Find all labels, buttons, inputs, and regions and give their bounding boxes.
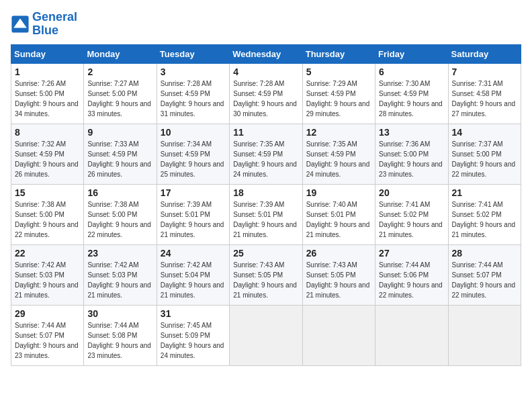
- calendar-cell: [375, 305, 448, 365]
- calendar-cell: 10 Sunrise: 7:34 AMSunset: 4:59 PMDaylig…: [157, 124, 229, 184]
- day-number: 28: [452, 248, 517, 259]
- calendar-cell: 21 Sunrise: 7:41 AMSunset: 5:02 PMDaylig…: [448, 184, 521, 244]
- calendar-cell: 30 Sunrise: 7:44 AMSunset: 5:08 PMDaylig…: [84, 305, 157, 365]
- weekday-header-saturday: Saturday: [448, 44, 521, 63]
- calendar-cell: 22 Sunrise: 7:42 AMSunset: 5:03 PMDaylig…: [11, 244, 84, 305]
- day-info: Sunrise: 7:38 AMSunset: 5:00 PMDaylight:…: [15, 201, 79, 238]
- logo-text: General Blue: [32, 11, 77, 38]
- calendar-cell: 31 Sunrise: 7:45 AMSunset: 5:09 PMDaylig…: [157, 305, 229, 365]
- weekday-header-sunday: Sunday: [11, 44, 84, 63]
- day-number: 31: [161, 308, 226, 319]
- day-number: 15: [15, 187, 80, 198]
- logo: General Blue: [11, 11, 77, 38]
- day-number: 7: [452, 66, 517, 77]
- day-number: 20: [379, 187, 444, 198]
- calendar-cell: 13 Sunrise: 7:36 AMSunset: 5:00 PMDaylig…: [375, 124, 448, 184]
- day-number: 30: [87, 308, 152, 319]
- day-info: Sunrise: 7:35 AMSunset: 4:59 PMDaylight:…: [233, 140, 297, 178]
- day-info: Sunrise: 7:32 AMSunset: 4:59 PMDaylight:…: [15, 140, 79, 178]
- calendar-cell: 27 Sunrise: 7:44 AMSunset: 5:06 PMDaylig…: [375, 244, 448, 305]
- day-number: 2: [87, 66, 152, 77]
- day-number: 4: [233, 66, 298, 77]
- calendar-cell: 12 Sunrise: 7:35 AMSunset: 4:59 PMDaylig…: [302, 124, 375, 184]
- day-info: Sunrise: 7:41 AMSunset: 5:02 PMDaylight:…: [452, 201, 516, 238]
- day-number: 29: [15, 308, 80, 319]
- calendar-cell: 17 Sunrise: 7:39 AMSunset: 5:01 PMDaylig…: [157, 184, 229, 244]
- day-info: Sunrise: 7:44 AMSunset: 5:08 PMDaylight:…: [87, 322, 151, 359]
- day-number: 9: [87, 127, 152, 138]
- calendar-week-4: 22 Sunrise: 7:42 AMSunset: 5:03 PMDaylig…: [11, 244, 521, 305]
- logo-icon: [11, 15, 30, 34]
- calendar-cell: 5 Sunrise: 7:29 AMSunset: 4:59 PMDayligh…: [302, 63, 375, 124]
- calendar-week-3: 15 Sunrise: 7:38 AMSunset: 5:00 PMDaylig…: [11, 184, 521, 244]
- day-info: Sunrise: 7:26 AMSunset: 5:00 PMDaylight:…: [15, 80, 79, 118]
- day-info: Sunrise: 7:38 AMSunset: 5:00 PMDaylight:…: [87, 201, 151, 238]
- day-info: Sunrise: 7:28 AMSunset: 4:59 PMDaylight:…: [233, 80, 297, 118]
- day-info: Sunrise: 7:30 AMSunset: 4:59 PMDaylight:…: [379, 80, 443, 118]
- day-number: 13: [379, 127, 444, 138]
- weekday-header-wednesday: Wednesday: [230, 44, 302, 63]
- calendar-week-2: 8 Sunrise: 7:32 AMSunset: 4:59 PMDayligh…: [11, 124, 521, 184]
- calendar-cell: 25 Sunrise: 7:43 AMSunset: 5:05 PMDaylig…: [230, 244, 302, 305]
- calendar-table: SundayMondayTuesdayWednesdayThursdayFrid…: [11, 44, 521, 366]
- day-number: 27: [379, 248, 444, 259]
- day-number: 16: [87, 187, 152, 198]
- weekday-header-thursday: Thursday: [302, 44, 375, 63]
- day-info: Sunrise: 7:36 AMSunset: 5:00 PMDaylight:…: [379, 140, 443, 178]
- page-header: General Blue: [11, 11, 521, 38]
- day-number: 17: [161, 187, 226, 198]
- calendar-week-1: 1 Sunrise: 7:26 AMSunset: 5:00 PMDayligh…: [11, 63, 521, 124]
- day-info: Sunrise: 7:44 AMSunset: 5:06 PMDaylight:…: [379, 261, 443, 299]
- day-info: Sunrise: 7:27 AMSunset: 5:00 PMDaylight:…: [87, 80, 151, 118]
- day-number: 22: [15, 248, 80, 259]
- day-number: 11: [233, 127, 298, 138]
- day-info: Sunrise: 7:31 AMSunset: 4:58 PMDaylight:…: [452, 80, 516, 118]
- day-number: 26: [306, 248, 371, 259]
- day-number: 18: [233, 187, 298, 198]
- calendar-cell: 11 Sunrise: 7:35 AMSunset: 4:59 PMDaylig…: [230, 124, 302, 184]
- calendar-cell: 4 Sunrise: 7:28 AMSunset: 4:59 PMDayligh…: [230, 63, 302, 124]
- day-info: Sunrise: 7:42 AMSunset: 5:03 PMDaylight:…: [15, 261, 79, 299]
- day-number: 12: [306, 127, 371, 138]
- calendar-cell: [448, 305, 521, 365]
- day-number: 23: [87, 248, 152, 259]
- calendar-cell: 18 Sunrise: 7:39 AMSunset: 5:01 PMDaylig…: [230, 184, 302, 244]
- day-info: Sunrise: 7:40 AMSunset: 5:01 PMDaylight:…: [306, 201, 370, 238]
- day-info: Sunrise: 7:44 AMSunset: 5:07 PMDaylight:…: [15, 322, 79, 359]
- day-number: 3: [161, 66, 226, 77]
- calendar-cell: 29 Sunrise: 7:44 AMSunset: 5:07 PMDaylig…: [11, 305, 84, 365]
- day-info: Sunrise: 7:43 AMSunset: 5:05 PMDaylight:…: [233, 261, 297, 299]
- calendar-cell: 28 Sunrise: 7:44 AMSunset: 5:07 PMDaylig…: [448, 244, 521, 305]
- day-info: Sunrise: 7:33 AMSunset: 4:59 PMDaylight:…: [87, 140, 151, 178]
- day-info: Sunrise: 7:35 AMSunset: 4:59 PMDaylight:…: [306, 140, 370, 178]
- day-info: Sunrise: 7:34 AMSunset: 4:59 PMDaylight:…: [161, 140, 224, 178]
- day-info: Sunrise: 7:37 AMSunset: 5:00 PMDaylight:…: [452, 140, 516, 178]
- calendar-cell: 16 Sunrise: 7:38 AMSunset: 5:00 PMDaylig…: [84, 184, 157, 244]
- day-info: Sunrise: 7:41 AMSunset: 5:02 PMDaylight:…: [379, 201, 443, 238]
- day-info: Sunrise: 7:39 AMSunset: 5:01 PMDaylight:…: [233, 201, 297, 238]
- day-info: Sunrise: 7:42 AMSunset: 5:04 PMDaylight:…: [161, 261, 224, 299]
- calendar-cell: 19 Sunrise: 7:40 AMSunset: 5:01 PMDaylig…: [302, 184, 375, 244]
- day-info: Sunrise: 7:43 AMSunset: 5:05 PMDaylight:…: [306, 261, 370, 299]
- day-number: 19: [306, 187, 371, 198]
- calendar-cell: 24 Sunrise: 7:42 AMSunset: 5:04 PMDaylig…: [157, 244, 229, 305]
- day-number: 6: [379, 66, 444, 77]
- calendar-week-5: 29 Sunrise: 7:44 AMSunset: 5:07 PMDaylig…: [11, 305, 521, 365]
- calendar-cell: [302, 305, 375, 365]
- day-number: 8: [15, 127, 80, 138]
- calendar-cell: 9 Sunrise: 7:33 AMSunset: 4:59 PMDayligh…: [84, 124, 157, 184]
- day-number: 14: [452, 127, 517, 138]
- calendar-cell: 14 Sunrise: 7:37 AMSunset: 5:00 PMDaylig…: [448, 124, 521, 184]
- calendar-cell: 3 Sunrise: 7:28 AMSunset: 4:59 PMDayligh…: [157, 63, 229, 124]
- calendar-cell: 23 Sunrise: 7:42 AMSunset: 5:03 PMDaylig…: [84, 244, 157, 305]
- day-number: 21: [452, 187, 517, 198]
- calendar-cell: 7 Sunrise: 7:31 AMSunset: 4:58 PMDayligh…: [448, 63, 521, 124]
- weekday-header-monday: Monday: [84, 44, 157, 63]
- weekday-header-friday: Friday: [375, 44, 448, 63]
- calendar-cell: 15 Sunrise: 7:38 AMSunset: 5:00 PMDaylig…: [11, 184, 84, 244]
- day-info: Sunrise: 7:44 AMSunset: 5:07 PMDaylight:…: [452, 261, 516, 299]
- day-info: Sunrise: 7:42 AMSunset: 5:03 PMDaylight:…: [87, 261, 151, 299]
- calendar-cell: 20 Sunrise: 7:41 AMSunset: 5:02 PMDaylig…: [375, 184, 448, 244]
- calendar-cell: 26 Sunrise: 7:43 AMSunset: 5:05 PMDaylig…: [302, 244, 375, 305]
- day-info: Sunrise: 7:29 AMSunset: 4:59 PMDaylight:…: [306, 80, 370, 118]
